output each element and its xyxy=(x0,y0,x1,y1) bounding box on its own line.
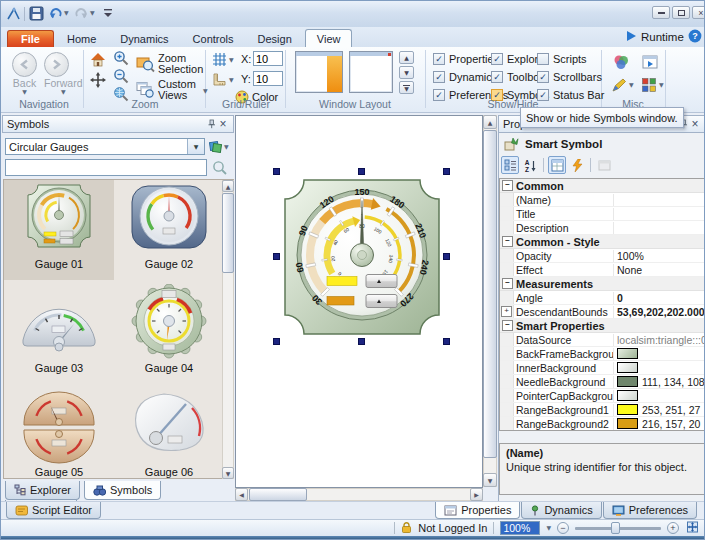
close-button[interactable]: × xyxy=(692,6,705,19)
canvas-scroll-left[interactable]: ◀ xyxy=(235,488,248,501)
search-icon[interactable] xyxy=(212,160,228,178)
tab-symbols[interactable]: Symbols xyxy=(84,481,161,500)
ribbon-tab-file[interactable]: File xyxy=(7,30,54,47)
redo-dropdown[interactable]: ▼ xyxy=(90,10,95,16)
symbols-scroll-up[interactable]: ▲ xyxy=(222,180,234,192)
ribbon-tab-view[interactable]: View xyxy=(305,29,353,47)
runtime-button[interactable]: Runtime xyxy=(641,31,684,43)
property-category[interactable]: −Common - Style xyxy=(500,235,704,249)
qat-customize-button[interactable] xyxy=(103,8,113,22)
zoom-selection-button[interactable]: Zoom Selection xyxy=(134,52,204,76)
color-swatch[interactable] xyxy=(617,418,638,429)
tab-dynamics[interactable]: Dynamics xyxy=(521,502,601,519)
color-swatch[interactable] xyxy=(617,376,638,387)
misc-colors-button[interactable] xyxy=(613,54,629,72)
zoom-slider-thumb[interactable] xyxy=(611,522,620,534)
layout-option-split[interactable] xyxy=(295,51,343,93)
property-row[interactable]: InnerBackground xyxy=(500,361,704,375)
checkbox-box[interactable]: ✓ xyxy=(537,71,549,83)
color-swatch[interactable] xyxy=(617,390,638,401)
ribbon-tab-dynamics[interactable]: Dynamics xyxy=(109,30,179,47)
property-row[interactable]: PointerCapBackground xyxy=(500,389,704,403)
checkbox-box[interactable] xyxy=(537,53,549,65)
fit-to-window-icon[interactable] xyxy=(685,520,700,536)
zoom-in-button[interactable] xyxy=(113,50,130,69)
canvas-scroll-up[interactable]: ▲ xyxy=(483,115,497,129)
color-swatch[interactable] xyxy=(617,404,638,415)
grid-dropdown[interactable]: ▼ xyxy=(229,57,234,63)
canvas-scroll-down[interactable]: ▼ xyxy=(483,473,497,487)
ribbon-tab-design[interactable]: Design xyxy=(247,30,303,47)
property-row[interactable]: BackFrameBackground xyxy=(500,347,704,361)
symbol-item-gauge-02[interactable]: Gauge 02 xyxy=(114,180,224,280)
tab-explorer[interactable]: Explorer xyxy=(5,481,80,500)
tab-properties[interactable]: Properties xyxy=(435,502,520,519)
symbol-item-gauge-01[interactable]: Gauge 01 xyxy=(4,180,114,280)
pin-icon[interactable] xyxy=(205,118,217,130)
layout-more-button[interactable]: ▼ xyxy=(399,81,414,94)
close-panel-icon[interactable]: × xyxy=(217,118,229,130)
property-row[interactable]: RangeBackground2216, 157, 20 xyxy=(500,417,704,431)
checkbox-box[interactable]: ✓ xyxy=(433,53,445,65)
symbols-scroll-down[interactable]: ▼ xyxy=(222,467,234,479)
selection-handle[interactable] xyxy=(443,253,450,260)
property-category[interactable]: −Common xyxy=(500,179,704,193)
help-icon[interactable]: ? xyxy=(688,29,702,45)
checkbox-box[interactable]: ✓ xyxy=(433,71,445,83)
pan-button[interactable] xyxy=(90,72,106,90)
selection-handle[interactable] xyxy=(443,168,450,175)
canvas-hscroll-thumb[interactable] xyxy=(249,488,307,501)
checkbox-box[interactable]: ✓ xyxy=(491,71,503,83)
checkbox-box[interactable]: ✓ xyxy=(491,53,503,65)
property-row[interactable]: RangeBackground1253, 251, 27 xyxy=(500,403,704,417)
zoom-out-button[interactable] xyxy=(113,68,130,87)
tab-preferences[interactable]: Preferences xyxy=(603,502,697,519)
misc-pen-button[interactable] xyxy=(611,77,627,95)
ruler-toggle-button[interactable] xyxy=(212,72,227,89)
undo-dropdown[interactable]: ▼ xyxy=(64,10,69,16)
selection-handle[interactable] xyxy=(358,338,365,345)
maximize-button[interactable] xyxy=(672,6,690,19)
zoom-level-combobox[interactable]: 100% xyxy=(500,521,540,535)
back-button[interactable]: Back ▼ xyxy=(12,52,37,95)
layout-scroll-up-button[interactable]: ▲ xyxy=(399,51,414,64)
forward-button[interactable]: Forward ▼ xyxy=(44,52,83,95)
gauge-symbol[interactable]: 3060901201501802102402700204060801001201… xyxy=(282,177,442,337)
tab-script-editor[interactable]: Script Editor xyxy=(6,502,101,519)
property-row[interactable]: NeedleBackground111, 134, 108 xyxy=(500,375,704,389)
selection-handle[interactable] xyxy=(358,168,365,175)
grid-x-input[interactable] xyxy=(253,51,283,66)
layout-scroll-down-button[interactable]: ▼ xyxy=(399,66,414,79)
ribbon-tab-controls[interactable]: Controls xyxy=(182,30,245,47)
property-row[interactable]: DataSourcelocalsim:triangle:::0:160::200 xyxy=(500,333,704,347)
redo-button[interactable] xyxy=(74,6,89,23)
property-row[interactable]: +DescendantBounds53,69,202,202.0000305 xyxy=(500,305,704,319)
selection-handle[interactable] xyxy=(273,338,280,345)
misc-preview-button[interactable] xyxy=(642,54,658,72)
minimize-button[interactable] xyxy=(652,6,670,19)
misc-palette-grid-button[interactable] xyxy=(641,77,657,95)
grid-y-input[interactable] xyxy=(253,71,283,86)
save-button[interactable] xyxy=(29,6,44,23)
property-category[interactable]: −Smart Properties xyxy=(500,319,704,333)
symbols-scroll-thumb[interactable] xyxy=(222,193,234,273)
property-row[interactable]: Description xyxy=(500,221,704,235)
selection-handle[interactable] xyxy=(273,253,280,260)
property-category[interactable]: −Measurements xyxy=(500,277,704,291)
symbol-item-gauge-04[interactable]: Gauge 04 xyxy=(114,284,224,384)
layout-option-single[interactable] xyxy=(349,51,393,93)
alphabetical-sort-button[interactable]: AZ xyxy=(521,156,539,174)
color-swatch[interactable] xyxy=(617,348,638,359)
misc-pen-dropdown[interactable]: ▼ xyxy=(629,82,634,88)
canvas-vscroll-thumb[interactable] xyxy=(483,130,497,458)
grid-toggle-button[interactable] xyxy=(212,52,227,69)
symbol-view-button[interactable]: ▼ xyxy=(209,138,233,155)
property-pages-button[interactable] xyxy=(548,156,566,174)
property-row[interactable]: Angle0 xyxy=(500,291,704,305)
selection-handle[interactable] xyxy=(273,168,280,175)
gauge-button-up[interactable] xyxy=(366,275,397,288)
symbol-item-gauge-03[interactable]: Gauge 03 xyxy=(4,284,114,384)
gauge-button-down[interactable] xyxy=(366,295,397,308)
color-swatch[interactable] xyxy=(617,362,638,373)
zoom-out-slider-button[interactable]: − xyxy=(557,522,569,534)
